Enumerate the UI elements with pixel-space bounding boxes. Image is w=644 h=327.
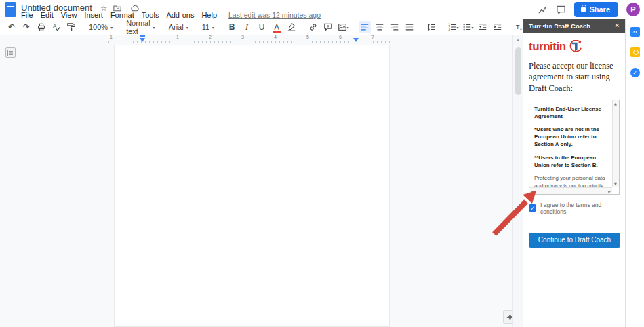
pencil-icon xyxy=(528,23,536,31)
scrollbar-thumb[interactable] xyxy=(515,47,521,95)
workspace-side-panel: 31 ✓ xyxy=(625,19,644,327)
insert-image-button[interactable]: ▾ xyxy=(337,21,349,33)
font-size-select[interactable]: 11▾ xyxy=(200,21,216,33)
ruler[interactable]: 1 1 2 3 4 5 6 7 xyxy=(108,36,393,43)
underline-button[interactable]: U xyxy=(256,21,268,33)
agree-label: I agree to the terms and conditions xyxy=(540,201,620,215)
numbered-list-button[interactable]: 123 ▾ xyxy=(447,21,459,33)
right-indent-marker[interactable] xyxy=(353,38,359,42)
undo-button[interactable]: ↶ xyxy=(5,21,18,33)
ruler-number: 4 xyxy=(274,35,277,39)
license-text: Turnitin End-User License Agreement *Use… xyxy=(529,100,612,187)
ruler-number: 2 xyxy=(209,35,212,39)
ruler-number: 1 xyxy=(176,35,179,39)
font-select[interactable]: Arial▾ xyxy=(167,21,190,33)
ruler-number: 6 xyxy=(339,35,342,39)
menu-tools[interactable]: Tools xyxy=(142,11,159,19)
google-calendar-icon[interactable]: 31 xyxy=(630,27,640,37)
agree-row: ✓ I agree to the terms and conditions xyxy=(529,201,620,215)
license-privacy-text: Protecting your personal data and privac… xyxy=(534,175,609,187)
ruler-number: 1 xyxy=(110,35,113,39)
license-agreement-box[interactable]: Turnitin End-User License Agreement *Use… xyxy=(529,100,620,195)
italic-button[interactable]: I xyxy=(241,21,253,33)
turnitin-logo: turnitin xyxy=(529,40,620,54)
svg-text:T: T xyxy=(516,23,520,31)
menu-file[interactable]: File xyxy=(21,11,33,19)
menu-addons[interactable]: Add-ons xyxy=(166,11,194,19)
editing-caret-icon: ▾ xyxy=(567,25,569,30)
title-bar: Untitled document ☆ File Edit View Inser… xyxy=(0,0,644,19)
increase-indent-button[interactable] xyxy=(491,21,504,33)
section-a-link[interactable]: Section A only. xyxy=(534,141,573,147)
redo-button[interactable]: ↷ xyxy=(20,21,33,33)
turnitin-draft-coach-panel: Turnitin Draft Coach ✕ turnitin Please a… xyxy=(523,19,625,327)
highlight-color-button[interactable] xyxy=(285,21,298,33)
menu-edit[interactable]: Edit xyxy=(41,11,54,19)
paint-format-button[interactable] xyxy=(65,21,77,33)
google-docs-logo-icon[interactable] xyxy=(5,2,16,17)
svg-text:x: x xyxy=(520,26,522,31)
menu-bar: File Edit View Insert Format Tools Add-o… xyxy=(21,11,321,19)
text-color-button[interactable]: A xyxy=(270,21,283,33)
menu-view[interactable]: View xyxy=(61,11,77,19)
document-page[interactable] xyxy=(114,45,390,327)
scroll-up-icon[interactable]: ▲ xyxy=(513,38,523,42)
decrease-indent-button[interactable] xyxy=(477,21,489,33)
menu-help[interactable]: Help xyxy=(201,11,217,19)
first-line-indent-marker[interactable] xyxy=(140,35,145,37)
share-button[interactable]: Share xyxy=(574,2,618,17)
styles-select[interactable]: Normal text▾ xyxy=(124,21,157,33)
print-button[interactable] xyxy=(35,21,47,33)
ruler-number: 7 xyxy=(371,35,374,39)
hide-menus-button[interactable]: ^ xyxy=(582,24,586,31)
clear-formatting-button[interactable]: Tx xyxy=(513,21,525,33)
numbered-list-caret-icon: ▾ xyxy=(457,25,459,30)
license-heading: Turnitin End-User License Agreement xyxy=(534,106,609,121)
license-horizontal-scrollbar[interactable]: ◄ ► xyxy=(529,187,612,194)
menu-format[interactable]: Format xyxy=(110,11,134,19)
spellcheck-button[interactable]: A xyxy=(50,21,62,33)
activity-trend-icon[interactable] xyxy=(538,5,548,14)
lock-icon xyxy=(581,7,586,12)
google-keep-icon[interactable] xyxy=(630,47,640,57)
insert-link-button[interactable] xyxy=(307,21,319,33)
bulleted-list-button[interactable]: ▾ xyxy=(462,21,474,33)
bulleted-list-caret-icon: ▾ xyxy=(472,25,474,30)
scroll-up-icon[interactable]: ▲ xyxy=(614,102,617,106)
license-section-a: *Users who are not in the European Union… xyxy=(534,126,609,148)
editing-mode-select[interactable]: Editing ▾ xyxy=(528,23,569,31)
ruler-number: 5 xyxy=(306,35,309,39)
align-justify-button[interactable] xyxy=(403,21,416,33)
bold-button[interactable]: B xyxy=(226,21,238,33)
document-canvas: 1 1 2 3 4 5 6 7 ⌄ xyxy=(0,35,512,327)
section-b-link[interactable]: Section B. xyxy=(571,162,598,168)
continue-to-draft-coach-button[interactable]: Continue to Draft Coach xyxy=(529,233,620,248)
license-section-b: **Users in the European Union refer to S… xyxy=(534,155,609,170)
scroll-left-icon[interactable]: ◄ xyxy=(531,189,534,193)
comments-icon[interactable] xyxy=(556,5,566,14)
svg-text:3: 3 xyxy=(448,28,450,31)
formatting-toolbar: ↶ ↷ A 100%▾ Normal text▾ Arial▾ 11▾ B I … xyxy=(0,19,523,35)
add-comment-button[interactable] xyxy=(322,21,334,33)
scroll-right-icon[interactable]: ► xyxy=(608,189,611,193)
avatar[interactable]: P xyxy=(626,3,640,16)
left-indent-marker[interactable] xyxy=(140,38,145,42)
line-spacing-button[interactable] xyxy=(425,21,437,33)
menu-insert[interactable]: Insert xyxy=(84,11,103,19)
align-right-button[interactable] xyxy=(388,21,401,33)
svg-text:A: A xyxy=(53,23,57,30)
license-vertical-scrollbar[interactable]: ▲ ▼ xyxy=(612,100,619,187)
zoom-select[interactable]: 100%▾ xyxy=(87,21,115,33)
last-edit-link[interactable]: Last edit was 12 minutes ago xyxy=(228,11,321,19)
align-left-button[interactable] xyxy=(359,21,371,33)
align-center-button[interactable] xyxy=(374,21,386,33)
turnitin-logo-icon xyxy=(567,40,582,54)
close-panel-icon[interactable]: ✕ xyxy=(614,22,620,29)
document-scrollbar[interactable]: ▲ xyxy=(512,35,523,327)
image-caret-icon: ▾ xyxy=(347,25,349,30)
google-tasks-icon[interactable]: ✓ xyxy=(630,68,640,77)
scroll-down-icon[interactable]: ▼ xyxy=(614,182,617,186)
ruler-number: 3 xyxy=(241,35,244,39)
agree-checkbox[interactable]: ✓ xyxy=(529,204,536,212)
show-outline-button[interactable] xyxy=(5,47,16,58)
